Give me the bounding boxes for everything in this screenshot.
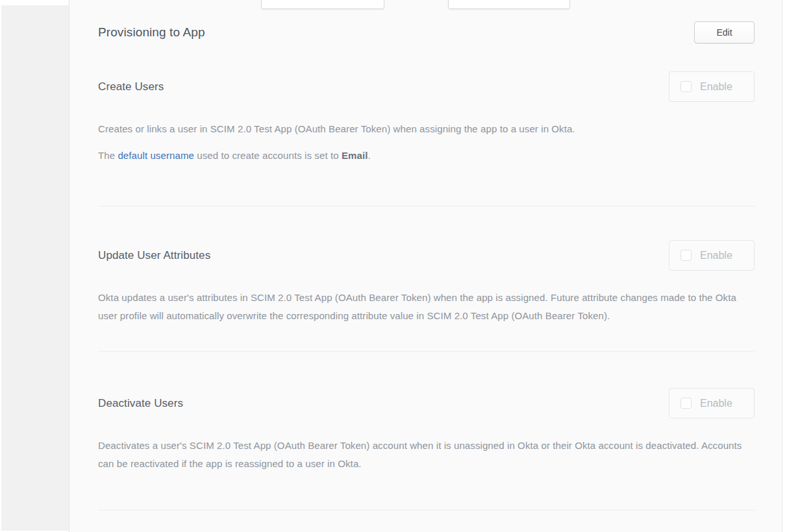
- section-update-user-attributes: Update User Attributes Enable Okta updat…: [98, 240, 755, 352]
- section-create-users: Create Users Enable Creates or links a u…: [98, 71, 755, 206]
- update-attributes-title: Update User Attributes: [98, 249, 210, 262]
- update-attributes-description: Okta updates a user's attributes in SCIM…: [98, 289, 754, 325]
- section-deactivate-users: Deactivate Users Enable Deactivates a us…: [98, 388, 755, 511]
- create-users-enable-button[interactable]: Enable: [669, 71, 755, 102]
- enable-label: Enable: [700, 250, 732, 261]
- edit-button[interactable]: Edit: [694, 21, 755, 43]
- note-text-suffix: .: [368, 150, 370, 161]
- update-attributes-enable-checkbox[interactable]: [681, 250, 692, 261]
- update-attributes-row: Update User Attributes Enable: [98, 240, 755, 271]
- note-text-prefix: The: [98, 150, 118, 161]
- partial-field-right[interactable]: [448, 0, 570, 9]
- create-users-row: Create Users Enable: [98, 71, 755, 102]
- enable-label: Enable: [700, 81, 732, 93]
- enable-label: Enable: [700, 398, 732, 409]
- panel-content: Provisioning to App Edit Create Users En…: [69, 21, 782, 511]
- create-users-enable-checkbox[interactable]: [681, 81, 692, 92]
- deactivate-users-row: Deactivate Users Enable: [98, 388, 755, 418]
- left-sidebar: [1, 5, 69, 531]
- provisioning-header-row: Provisioning to App Edit: [98, 21, 755, 43]
- note-email-value: Email: [342, 150, 368, 161]
- default-username-note: The default username used to create acco…: [98, 147, 754, 165]
- create-users-description: Creates or links a user in SCIM 2.0 Test…: [98, 120, 754, 138]
- partial-field-left[interactable]: [261, 0, 384, 9]
- section-divider: [98, 351, 755, 352]
- deactivate-users-description: Deactivates a user's SCIM 2.0 Test App (…: [98, 437, 754, 473]
- deactivate-users-enable-button[interactable]: Enable: [669, 388, 755, 418]
- deactivate-users-enable-checkbox[interactable]: [681, 398, 692, 409]
- section-divider: [98, 206, 755, 206]
- create-users-title: Create Users: [98, 80, 164, 93]
- page-title: Provisioning to App: [98, 25, 205, 40]
- deactivate-users-title: Deactivate Users: [98, 397, 183, 410]
- provisioning-panel: Provisioning to App Edit Create Users En…: [69, 0, 782, 532]
- update-attributes-enable-button[interactable]: Enable: [669, 240, 755, 271]
- page: Provisioning to App Edit Create Users En…: [0, 0, 787, 532]
- section-divider: [98, 510, 755, 511]
- default-username-link[interactable]: default username: [118, 150, 194, 161]
- note-text-middle: used to create accounts is set to: [194, 150, 342, 161]
